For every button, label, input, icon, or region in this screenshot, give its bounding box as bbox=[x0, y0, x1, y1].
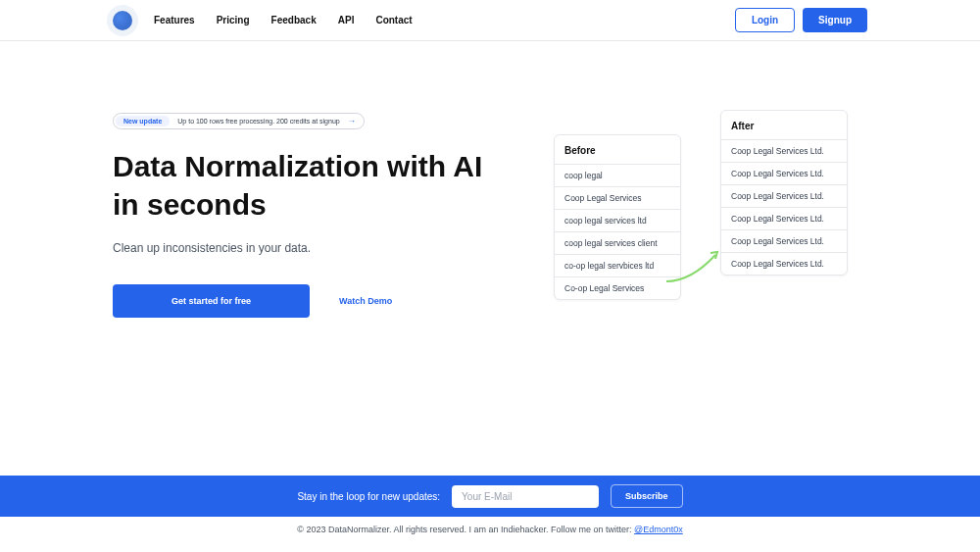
twitter-link[interactable]: @Edmont0x bbox=[634, 525, 683, 534]
nav-api[interactable]: API bbox=[338, 15, 355, 25]
signup-button[interactable]: Signup bbox=[803, 8, 867, 32]
headline: Data Normalization with AI in seconds bbox=[113, 147, 505, 224]
footer-text: © 2023 DataNormalizer. All rights reserv… bbox=[297, 525, 634, 534]
email-input[interactable] bbox=[452, 485, 599, 508]
subtitle: Clean up inconsistencies in your data. bbox=[113, 241, 505, 255]
header: Features Pricing Feedback API Contact Lo… bbox=[0, 0, 980, 41]
curved-arrow-icon bbox=[662, 247, 725, 286]
before-title: Before bbox=[555, 135, 680, 164]
hero-section: New update Up to 100 rows free processin… bbox=[0, 41, 980, 318]
logo-icon[interactable] bbox=[113, 11, 132, 30]
footer: © 2023 DataNormalizer. All rights reserv… bbox=[0, 520, 980, 539]
demo-visual: Before coop legal Coop Legal Services co… bbox=[554, 110, 867, 318]
table-row: Coop Legal Services bbox=[555, 186, 680, 209]
watch-demo-button[interactable]: Watch Demo bbox=[339, 296, 392, 306]
header-left: Features Pricing Feedback API Contact bbox=[113, 11, 413, 30]
after-title: After bbox=[721, 111, 847, 139]
login-button[interactable]: Login bbox=[735, 8, 795, 32]
main-nav: Features Pricing Feedback API Contact bbox=[154, 15, 413, 25]
cta-row: Get started for free Watch Demo bbox=[113, 284, 505, 318]
arrow-right-icon: → bbox=[348, 117, 356, 125]
banner-text: Stay in the loop for new updates: bbox=[297, 491, 440, 502]
hero-left: New update Up to 100 rows free processin… bbox=[113, 110, 505, 318]
badge-pill: New update bbox=[116, 116, 170, 126]
table-row: Coop Legal Services Ltd. bbox=[721, 162, 847, 184]
table-row: coop legal services ltd bbox=[555, 209, 680, 231]
update-badge[interactable]: New update Up to 100 rows free processin… bbox=[113, 113, 365, 129]
table-row: Coop Legal Services Ltd. bbox=[721, 139, 847, 162]
badge-text: Up to 100 rows free processing. 200 cred… bbox=[177, 118, 339, 125]
header-right: Login Signup bbox=[735, 8, 867, 32]
table-row: Coop Legal Services Ltd. bbox=[721, 252, 847, 275]
newsletter-banner: Stay in the loop for new updates: Subscr… bbox=[0, 476, 980, 517]
nav-contact[interactable]: Contact bbox=[375, 15, 412, 25]
table-row: coop legal bbox=[555, 164, 680, 186]
subscribe-button[interactable]: Subscribe bbox=[611, 484, 683, 508]
table-row: Coop Legal Services Ltd. bbox=[721, 207, 847, 229]
get-started-button[interactable]: Get started for free bbox=[113, 284, 310, 318]
table-row: Coop Legal Services Ltd. bbox=[721, 184, 847, 207]
nav-features[interactable]: Features bbox=[154, 15, 195, 25]
after-card: After Coop Legal Services Ltd. Coop Lega… bbox=[720, 110, 848, 276]
table-row: Coop Legal Services Ltd. bbox=[721, 229, 847, 252]
nav-feedback[interactable]: Feedback bbox=[271, 15, 317, 25]
nav-pricing[interactable]: Pricing bbox=[217, 15, 250, 25]
